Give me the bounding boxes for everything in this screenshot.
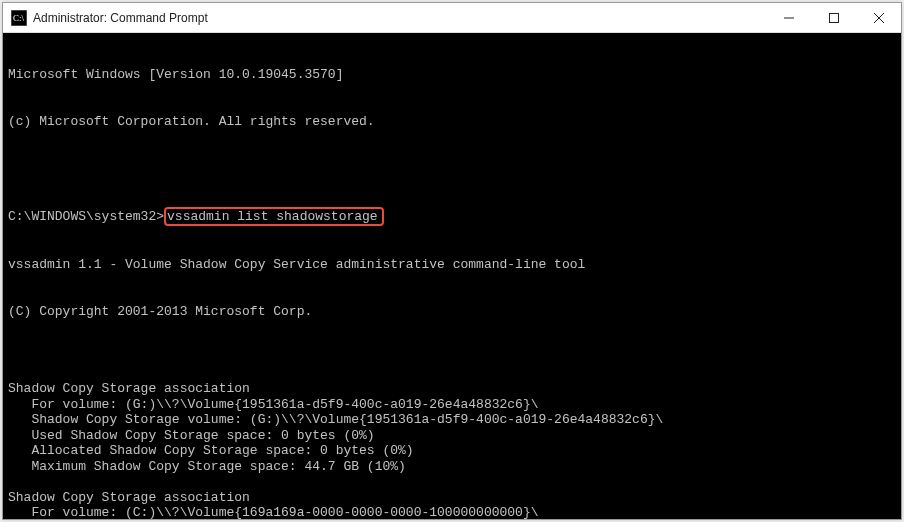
maximize-button[interactable] (811, 3, 856, 32)
prompt-line: C:\WINDOWS\system32>vssadmin list shadow… (8, 207, 896, 227)
assoc-used: Used Shadow Copy Storage space: 0 bytes … (8, 428, 896, 444)
cmd-icon: C:\ (11, 10, 27, 26)
assoc-for-volume: For volume: (G:)\\?\Volume{1951361a-d5f9… (8, 397, 896, 413)
window-controls (766, 3, 901, 32)
association-block: Shadow Copy Storage association For volu… (8, 381, 896, 474)
highlighted-command: vssadmin list shadowstorage (164, 207, 384, 227)
assoc-storage-volume: Shadow Copy Storage volume: (G:)\\?\Volu… (8, 412, 896, 428)
association-block: Shadow Copy Storage association For volu… (8, 490, 896, 520)
copyright-line: (c) Microsoft Corporation. All rights re… (8, 114, 896, 130)
titlebar[interactable]: C:\ Administrator: Command Prompt (3, 3, 901, 33)
version-line: Microsoft Windows [Version 10.0.19045.35… (8, 67, 896, 83)
window-title: Administrator: Command Prompt (33, 11, 766, 25)
assoc-allocated: Allocated Shadow Copy Storage space: 0 b… (8, 443, 896, 459)
assoc-for-volume: For volume: (C:)\\?\Volume{169a169a-0000… (8, 505, 896, 519)
svg-rect-3 (829, 13, 838, 22)
prompt-path: C:\WINDOWS\system32> (8, 209, 164, 224)
vss-header-2: (C) Copyright 2001-2013 Microsoft Corp. (8, 304, 896, 320)
association-title: Shadow Copy Storage association (8, 381, 896, 397)
terminal-output[interactable]: Microsoft Windows [Version 10.0.19045.35… (3, 33, 901, 519)
command-prompt-window: C:\ Administrator: Command Prompt Micros… (2, 2, 902, 520)
association-title: Shadow Copy Storage association (8, 490, 896, 506)
vss-header-1: vssadmin 1.1 - Volume Shadow Copy Servic… (8, 257, 896, 273)
close-button[interactable] (856, 3, 901, 32)
assoc-maximum: Maximum Shadow Copy Storage space: 44.7 … (8, 459, 896, 475)
minimize-button[interactable] (766, 3, 811, 32)
svg-text:C:\: C:\ (13, 13, 25, 23)
